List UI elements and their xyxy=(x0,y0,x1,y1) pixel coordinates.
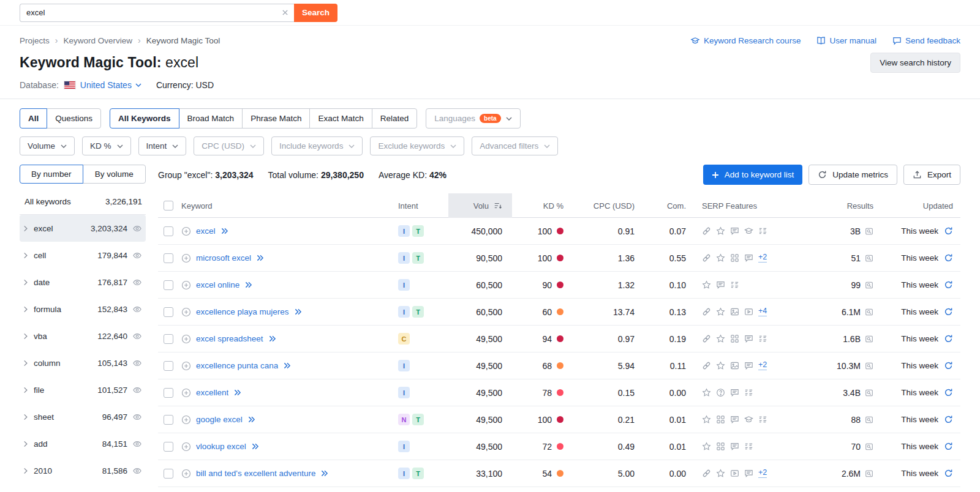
expand-chevron-icon[interactable] xyxy=(23,333,28,340)
sidebar-item-2010[interactable]: 201081,586 xyxy=(20,457,146,484)
toggle-by-volume[interactable]: By volume xyxy=(83,165,146,184)
row-checkbox[interactable] xyxy=(164,388,173,398)
expand-chevron-icon[interactable] xyxy=(23,360,28,367)
grid-icon[interactable] xyxy=(716,415,725,424)
search-button[interactable]: Search xyxy=(294,4,337,22)
grid-icon[interactable] xyxy=(716,442,725,451)
star-icon[interactable] xyxy=(716,334,725,343)
link-icon[interactable] xyxy=(702,226,711,236)
view-search-history-button[interactable]: View search history xyxy=(870,53,960,73)
keyword-link[interactable]: excel xyxy=(196,226,216,236)
hide-group-eye-icon[interactable] xyxy=(132,332,142,341)
tab-all-keywords[interactable]: All Keywords xyxy=(110,108,179,129)
row-checkbox[interactable] xyxy=(164,361,173,371)
refresh-icon[interactable] xyxy=(944,469,953,478)
expand-chevron-icon[interactable] xyxy=(23,252,28,259)
breadcrumb-item-keyword-overview[interactable]: Keyword Overview xyxy=(63,36,132,45)
image-icon[interactable] xyxy=(730,361,739,370)
reviews-icon[interactable] xyxy=(744,334,753,343)
filter-advanced-filters[interactable]: Advanced filters xyxy=(472,136,558,155)
sitelinks-icon[interactable] xyxy=(744,442,753,451)
reviews-icon[interactable] xyxy=(716,280,725,289)
keyword-link[interactable]: bill and ted's excellent adventure xyxy=(196,469,315,478)
serp-more-link[interactable]: +2 xyxy=(758,361,767,370)
update-metrics-button[interactable]: Update metrics xyxy=(809,165,897,185)
column-header-com[interactable]: Com. xyxy=(641,193,692,218)
row-checkbox[interactable] xyxy=(164,280,173,290)
circle-plus-icon[interactable] xyxy=(181,280,191,290)
refresh-icon[interactable] xyxy=(944,361,953,370)
keyword-link[interactable]: google excel xyxy=(196,415,243,424)
column-header-updated[interactable]: Updated xyxy=(878,193,956,218)
chevrons-right-icon[interactable] xyxy=(320,470,328,477)
column-header-volume[interactable]: Volu xyxy=(448,193,512,218)
star-icon[interactable] xyxy=(702,442,711,451)
sidebar-item-excel[interactable]: excel3,203,324 xyxy=(20,215,146,242)
filter-exclude-keywords[interactable]: Exclude keywords xyxy=(370,136,464,155)
tab-phrase-match[interactable]: Phrase Match xyxy=(242,108,310,129)
circle-plus-icon[interactable] xyxy=(181,307,191,317)
chevrons-right-icon[interactable] xyxy=(256,255,264,261)
serp-more-link[interactable]: +4 xyxy=(758,307,767,316)
tab-exact-match[interactable]: Exact Match xyxy=(309,108,372,129)
toggle-by-number[interactable]: By number xyxy=(20,165,83,184)
user-manual-link[interactable]: User manual xyxy=(816,36,876,45)
serp-preview-icon[interactable] xyxy=(865,389,873,397)
column-header-kd[interactable]: KD % xyxy=(512,193,568,218)
image-icon[interactable] xyxy=(730,307,739,316)
hide-group-eye-icon[interactable] xyxy=(132,278,142,287)
serp-more-link[interactable]: +2 xyxy=(758,253,767,263)
database-selector[interactable]: United States xyxy=(80,80,141,90)
reviews-icon[interactable] xyxy=(730,388,739,397)
breadcrumb-item-keyword-magic-tool[interactable]: Keyword Magic Tool xyxy=(146,36,221,45)
expand-chevron-icon[interactable] xyxy=(23,279,28,286)
refresh-icon[interactable] xyxy=(944,253,953,263)
circle-plus-icon[interactable] xyxy=(181,415,191,425)
sidebar-item-column[interactable]: column105,143 xyxy=(20,349,146,376)
clear-search-icon[interactable] xyxy=(282,9,288,16)
hide-group-eye-icon[interactable] xyxy=(132,386,142,395)
circle-plus-icon[interactable] xyxy=(181,388,191,398)
reviews-icon[interactable] xyxy=(730,415,739,424)
sidebar-item-formula[interactable]: formula152,843 xyxy=(20,296,146,322)
hide-group-eye-icon[interactable] xyxy=(132,359,142,368)
breadcrumb-item-projects[interactable]: Projects xyxy=(20,36,50,45)
keyword-link[interactable]: excellence playa mujeres xyxy=(196,307,289,316)
hide-group-eye-icon[interactable] xyxy=(132,224,142,233)
reviews-icon[interactable] xyxy=(744,469,753,478)
filter-volume[interactable]: Volume xyxy=(20,136,75,155)
circle-plus-icon[interactable] xyxy=(181,469,191,479)
hide-group-eye-icon[interactable] xyxy=(132,251,142,260)
column-header-serp-features[interactable]: SERP Features xyxy=(692,193,804,218)
row-checkbox[interactable] xyxy=(164,226,173,236)
sitelinks-icon[interactable] xyxy=(758,226,767,236)
serp-preview-icon[interactable] xyxy=(865,469,873,478)
link-icon[interactable] xyxy=(702,361,711,370)
video-icon[interactable] xyxy=(730,469,739,478)
refresh-icon[interactable] xyxy=(944,280,953,289)
row-checkbox[interactable] xyxy=(164,334,173,344)
refresh-icon[interactable] xyxy=(944,442,953,451)
link-icon[interactable] xyxy=(702,253,711,263)
star-icon[interactable] xyxy=(716,469,725,478)
hide-group-eye-icon[interactable] xyxy=(132,305,142,314)
serp-preview-icon[interactable] xyxy=(865,335,873,343)
keyword-link[interactable]: vlookup excel xyxy=(196,442,246,451)
grid-icon[interactable] xyxy=(730,253,739,263)
reviews-icon[interactable] xyxy=(730,442,739,451)
chevrons-right-icon[interactable] xyxy=(294,308,302,315)
sidebar-item-vba[interactable]: vba122,640 xyxy=(20,322,146,349)
sidebar-item-date[interactable]: date176,817 xyxy=(20,269,146,296)
sitelinks-icon[interactable] xyxy=(744,388,753,397)
select-all-checkbox[interactable] xyxy=(164,201,173,211)
row-checkbox[interactable] xyxy=(164,415,173,425)
sitelinks-icon[interactable] xyxy=(730,280,739,289)
star-icon[interactable] xyxy=(702,415,711,424)
serp-more-link[interactable]: +2 xyxy=(758,469,767,478)
chevrons-right-icon[interactable] xyxy=(268,335,276,342)
column-header-cpc[interactable]: CPC (USD) xyxy=(568,193,641,218)
search-input[interactable] xyxy=(20,4,294,22)
serp-preview-icon[interactable] xyxy=(865,227,873,236)
add-to-keyword-list-button[interactable]: Add to keyword list xyxy=(703,165,802,185)
sitelinks-icon[interactable] xyxy=(758,415,767,424)
